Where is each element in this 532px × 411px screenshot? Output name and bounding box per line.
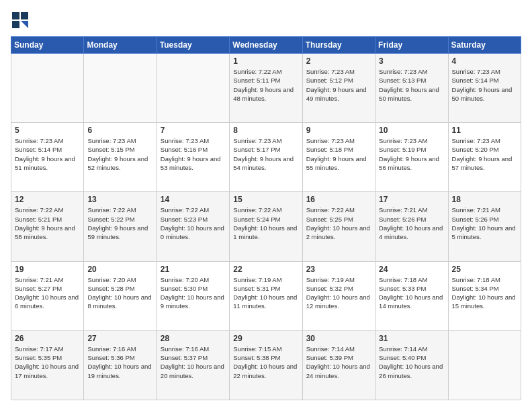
day-cell-26: 26Sunrise: 7:17 AM Sunset: 5:35 PM Dayli… [11,330,84,400]
day-info-14: Sunrise: 7:22 AM Sunset: 5:23 PM Dayligh… [161,205,226,241]
day-number-30: 30 [306,334,371,343]
day-cell-10: 10Sunrise: 7:23 AM Sunset: 5:19 PM Dayli… [375,123,448,192]
day-cell-29: 29Sunrise: 7:15 AM Sunset: 5:38 PM Dayli… [230,330,302,400]
day-cell-21: 21Sunrise: 7:20 AM Sunset: 5:30 PM Dayli… [157,261,229,330]
weekday-header-tuesday: Tuesday [157,37,229,54]
day-cell-28: 28Sunrise: 7:16 AM Sunset: 5:37 PM Dayli… [157,330,229,400]
day-cell-14: 14Sunrise: 7:22 AM Sunset: 5:23 PM Dayli… [157,192,229,261]
day-number-14: 14 [161,195,226,204]
day-number-19: 19 [15,265,80,274]
day-info-3: Sunrise: 7:23 AM Sunset: 5:13 PM Dayligh… [379,67,444,103]
day-info-10: Sunrise: 7:23 AM Sunset: 5:19 PM Dayligh… [379,136,444,172]
day-cell-20: 20Sunrise: 7:20 AM Sunset: 5:28 PM Dayli… [84,261,157,330]
logo-icon [11,11,30,30]
day-number-11: 11 [452,126,517,135]
day-info-25: Sunrise: 7:18 AM Sunset: 5:34 PM Dayligh… [452,275,517,311]
day-info-17: Sunrise: 7:21 AM Sunset: 5:26 PM Dayligh… [379,205,444,241]
empty-cell [84,54,157,123]
day-number-18: 18 [452,195,517,204]
day-info-27: Sunrise: 7:16 AM Sunset: 5:36 PM Dayligh… [87,345,152,380]
day-info-5: Sunrise: 7:23 AM Sunset: 5:14 PM Dayligh… [15,136,80,172]
week-row-4: 19Sunrise: 7:21 AM Sunset: 5:27 PM Dayli… [11,261,521,330]
day-cell-17: 17Sunrise: 7:21 AM Sunset: 5:26 PM Dayli… [375,192,448,261]
svg-rect-1 [21,12,28,19]
svg-rect-2 [12,21,19,28]
day-number-29: 29 [233,334,298,343]
day-cell-25: 25Sunrise: 7:18 AM Sunset: 5:34 PM Dayli… [448,261,521,330]
day-cell-7: 7Sunrise: 7:23 AM Sunset: 5:16 PM Daylig… [157,123,229,192]
day-cell-27: 27Sunrise: 7:16 AM Sunset: 5:36 PM Dayli… [84,330,157,400]
day-cell-2: 2Sunrise: 7:23 AM Sunset: 5:12 PM Daylig… [302,54,375,123]
day-cell-23: 23Sunrise: 7:19 AM Sunset: 5:32 PM Dayli… [302,261,375,330]
empty-cell [448,330,521,400]
weekday-header-saturday: Saturday [448,37,521,54]
day-number-3: 3 [379,56,444,66]
day-cell-9: 9Sunrise: 7:23 AM Sunset: 5:18 PM Daylig… [302,123,375,192]
day-cell-30: 30Sunrise: 7:14 AM Sunset: 5:39 PM Dayli… [302,330,375,400]
day-info-19: Sunrise: 7:21 AM Sunset: 5:27 PM Dayligh… [15,275,80,311]
logo [11,11,32,30]
day-number-7: 7 [161,126,226,135]
day-info-11: Sunrise: 7:23 AM Sunset: 5:20 PM Dayligh… [452,136,517,172]
page: SundayMondayTuesdayWednesdayThursdayFrid… [0,0,532,411]
day-cell-24: 24Sunrise: 7:18 AM Sunset: 5:33 PM Dayli… [375,261,448,330]
day-number-9: 9 [306,126,371,135]
week-row-3: 12Sunrise: 7:22 AM Sunset: 5:21 PM Dayli… [11,192,521,261]
week-row-5: 26Sunrise: 7:17 AM Sunset: 5:35 PM Dayli… [11,330,521,400]
day-info-23: Sunrise: 7:19 AM Sunset: 5:32 PM Dayligh… [306,275,371,311]
day-info-29: Sunrise: 7:15 AM Sunset: 5:38 PM Dayligh… [233,345,298,380]
day-cell-6: 6Sunrise: 7:23 AM Sunset: 5:15 PM Daylig… [84,123,157,192]
day-number-23: 23 [306,265,371,274]
empty-cell [11,54,84,123]
svg-rect-0 [12,12,19,19]
day-info-30: Sunrise: 7:14 AM Sunset: 5:39 PM Dayligh… [306,345,371,380]
day-cell-15: 15Sunrise: 7:22 AM Sunset: 5:24 PM Dayli… [230,192,302,261]
day-info-15: Sunrise: 7:22 AM Sunset: 5:24 PM Dayligh… [233,205,298,241]
day-info-6: Sunrise: 7:23 AM Sunset: 5:15 PM Dayligh… [87,136,152,172]
day-info-21: Sunrise: 7:20 AM Sunset: 5:30 PM Dayligh… [161,275,226,311]
day-info-28: Sunrise: 7:16 AM Sunset: 5:37 PM Dayligh… [161,345,226,380]
header [11,11,521,30]
day-info-9: Sunrise: 7:23 AM Sunset: 5:18 PM Dayligh… [306,136,371,172]
day-number-16: 16 [306,195,371,204]
day-number-20: 20 [87,265,152,274]
day-cell-16: 16Sunrise: 7:22 AM Sunset: 5:25 PM Dayli… [302,192,375,261]
weekday-header-thursday: Thursday [302,37,375,54]
day-number-21: 21 [161,265,226,274]
weekday-header-wednesday: Wednesday [230,37,302,54]
day-info-12: Sunrise: 7:22 AM Sunset: 5:21 PM Dayligh… [15,205,80,241]
day-number-12: 12 [15,195,80,204]
day-info-31: Sunrise: 7:14 AM Sunset: 5:40 PM Dayligh… [379,345,444,380]
day-info-7: Sunrise: 7:23 AM Sunset: 5:16 PM Dayligh… [161,136,226,172]
day-number-22: 22 [233,265,298,274]
day-info-8: Sunrise: 7:23 AM Sunset: 5:17 PM Dayligh… [233,136,298,172]
day-cell-13: 13Sunrise: 7:22 AM Sunset: 5:22 PM Dayli… [84,192,157,261]
weekday-header-friday: Friday [375,37,448,54]
day-number-25: 25 [452,265,517,274]
week-row-1: 1Sunrise: 7:22 AM Sunset: 5:11 PM Daylig… [11,54,521,123]
day-number-31: 31 [379,334,444,343]
day-cell-8: 8Sunrise: 7:23 AM Sunset: 5:17 PM Daylig… [230,123,302,192]
day-number-13: 13 [87,195,152,204]
day-number-28: 28 [161,334,226,343]
svg-marker-3 [21,21,28,28]
day-info-26: Sunrise: 7:17 AM Sunset: 5:35 PM Dayligh… [15,345,80,380]
day-info-2: Sunrise: 7:23 AM Sunset: 5:12 PM Dayligh… [306,67,371,103]
week-row-2: 5Sunrise: 7:23 AM Sunset: 5:14 PM Daylig… [11,123,521,192]
day-info-16: Sunrise: 7:22 AM Sunset: 5:25 PM Dayligh… [306,205,371,241]
day-cell-12: 12Sunrise: 7:22 AM Sunset: 5:21 PM Dayli… [11,192,84,261]
day-number-24: 24 [379,265,444,274]
day-cell-1: 1Sunrise: 7:22 AM Sunset: 5:11 PM Daylig… [230,54,302,123]
day-info-24: Sunrise: 7:18 AM Sunset: 5:33 PM Dayligh… [379,275,444,311]
day-number-10: 10 [379,126,444,135]
day-info-13: Sunrise: 7:22 AM Sunset: 5:22 PM Dayligh… [87,205,152,241]
day-number-5: 5 [15,126,80,135]
day-number-15: 15 [233,195,298,204]
day-number-6: 6 [87,126,152,135]
day-number-4: 4 [452,56,517,66]
day-cell-11: 11Sunrise: 7:23 AM Sunset: 5:20 PM Dayli… [448,123,521,192]
day-info-22: Sunrise: 7:19 AM Sunset: 5:31 PM Dayligh… [233,275,298,311]
day-cell-5: 5Sunrise: 7:23 AM Sunset: 5:14 PM Daylig… [11,123,84,192]
day-cell-22: 22Sunrise: 7:19 AM Sunset: 5:31 PM Dayli… [230,261,302,330]
weekday-header-monday: Monday [84,37,157,54]
